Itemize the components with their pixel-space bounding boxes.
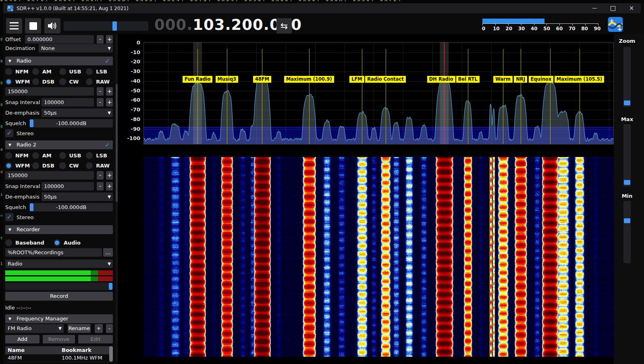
bookmark-label[interactable]: Maximum (105.5) [555,76,605,83]
minimize-icon [592,8,597,8]
mode-option-lsb[interactable]: LSB [86,67,113,76]
mode-option-raw[interactable]: RAW [86,77,113,86]
recorder-mode-audio[interactable]: Audio [54,238,102,247]
deemphasis-dropdown[interactable]: 50µs▼ [42,109,113,117]
mode-option-am[interactable]: AM [32,151,59,160]
squelch-slider[interactable]: -100.000dB [29,203,113,211]
snap-plus-button[interactable]: + [106,98,113,107]
snap-minus-button[interactable]: - [97,182,104,190]
stop-button[interactable] [25,18,41,33]
bookmark-label[interactable]: 48FM [253,76,271,83]
bandwidth-plus-button[interactable]: + [106,87,113,96]
bandwidth-input[interactable]: 150000 [5,87,94,96]
bookmark-label[interactable]: Radio Contact [365,76,406,83]
min-slider-handle[interactable] [624,218,630,223]
waterfall-display[interactable] [143,157,614,357]
offset-minus-button[interactable]: - [97,35,104,44]
mode-option-wfm[interactable]: WFM [5,161,32,170]
radio-section-header[interactable]: ▼ Radio ✓ [5,56,113,65]
deemphasis-dropdown[interactable]: 50µs▼ [42,192,113,201]
add-list-button[interactable]: + [95,324,103,333]
y-axis-tick-label: -80 [119,116,140,122]
mode-option-usb[interactable]: USB [59,67,86,76]
mode-option-cw[interactable]: CW [59,77,86,86]
bookmark-label[interactable]: Bel RTL [456,76,480,83]
recorder-volume-handle[interactable] [109,283,112,290]
sdrpp-logo-icon: + + [7,5,13,11]
bookmark-label[interactable]: Maximum (100.9) [284,76,334,83]
swap-arrows-icon: ⇆ [280,21,288,31]
volume-slider-handle[interactable] [112,21,117,31]
decimation-dropdown[interactable]: None▼ [39,44,113,52]
remove-list-button[interactable]: - [106,324,113,333]
bookmark-label[interactable]: Musiq3 [216,76,239,83]
remove-bookmark-button[interactable]: Remove [43,335,75,343]
zoom-slider[interactable] [623,47,631,107]
bookmark-label[interactable]: Equinox [529,76,554,83]
recorder-volume-slider[interactable] [5,282,113,290]
snap-input[interactable]: 100000 [42,182,94,190]
zoom-slider-handle[interactable] [624,100,630,105]
terminal-char: i [0,192,2,197]
mode-option-raw[interactable]: RAW [86,161,113,170]
mode-option-dsb[interactable]: DSB [32,77,59,86]
bandwidth-input[interactable]: 150000 [5,171,94,180]
recorder-mode-baseband[interactable]: Baseband [5,238,54,247]
bookmark-label[interactable]: DH Radio [427,76,455,83]
bandwidth-plus-button[interactable]: + [106,171,113,180]
mode-option-am[interactable]: AM [32,67,59,76]
mute-button[interactable] [44,18,60,33]
table-row[interactable]: 48FM100.1MHz WFM [5,354,113,362]
channel-list-arrow-button[interactable]: ▼ [56,324,64,333]
record-button[interactable]: Record [5,292,113,301]
spectrum-plot[interactable] [143,42,614,144]
snap-input[interactable]: 100000 [42,98,94,107]
stereo-checkbox[interactable]: ✓ [5,213,13,221]
mode-option-cw[interactable]: CW [59,161,86,170]
snap-minus-button[interactable]: - [97,98,104,107]
bandwidth-minus-button[interactable]: - [97,87,104,96]
maximize-button[interactable] [604,3,622,13]
add-bookmark-button[interactable]: Add [5,335,39,343]
channel-list-dropdown[interactable]: FM Radio Channels [5,324,56,333]
bookmark-label[interactable]: Warm [493,76,513,83]
snr-tick-label: 70 [567,26,576,31]
chevron-down-icon: ▼ [108,109,111,117]
recordings-path-input[interactable]: %ROOT%/Recordings [5,248,102,257]
recorder-section-header[interactable]: ▼ Recorder [5,225,113,234]
max-slider[interactable] [623,124,631,186]
freq-manager-section-header[interactable]: ▼ Frequency Manager [5,314,113,323]
source-swap-button[interactable]: ⇆ [276,18,292,33]
zoom-slider-label: Zoom [614,38,640,44]
snap-label: Snap Interval [5,183,40,189]
stereo-checkbox[interactable]: ✓ [5,129,13,137]
mode-option-nfm[interactable]: NFM [5,151,32,160]
table-scrollbar[interactable] [109,346,113,362]
edit-bookmark-button[interactable]: Edit [78,335,113,343]
bandwidth-minus-button[interactable]: - [97,171,104,180]
squelch-slider[interactable]: -100.000dB [29,119,113,128]
mode-option-dsb[interactable]: DSB [32,161,59,170]
menu-button[interactable] [6,18,22,33]
bookmark-label[interactable]: LFM [349,76,364,83]
bookmark-label[interactable]: NRJ [514,76,527,83]
volume-slider[interactable] [64,21,148,31]
minimize-button[interactable] [585,3,604,13]
module-enabled-checkbox[interactable]: ✓ [105,56,110,65]
mode-option-lsb[interactable]: LSB [86,151,113,160]
min-slider[interactable] [623,201,631,263]
max-slider-handle[interactable] [624,180,630,185]
mode-option-wfm[interactable]: WFM [5,77,32,86]
module-enabled-checkbox[interactable]: ✓ [105,140,110,149]
close-button[interactable]: × [622,3,641,13]
snap-plus-button[interactable]: + [106,182,113,190]
rename-button[interactable]: Rename [68,324,91,333]
mode-option-nfm[interactable]: NFM [5,67,32,76]
mode-option-usb[interactable]: USB [59,151,86,160]
offset-input[interactable]: 0.000000 [25,35,94,44]
bookmark-label[interactable]: Fun Radio [183,76,212,83]
offset-plus-button[interactable]: + [106,35,113,44]
stream-dropdown[interactable]: Radio▼ [5,259,113,268]
radio2-section-header[interactable]: ▼ Radio 2 ✓ [5,140,113,149]
browse-button[interactable]: ... [103,248,113,257]
